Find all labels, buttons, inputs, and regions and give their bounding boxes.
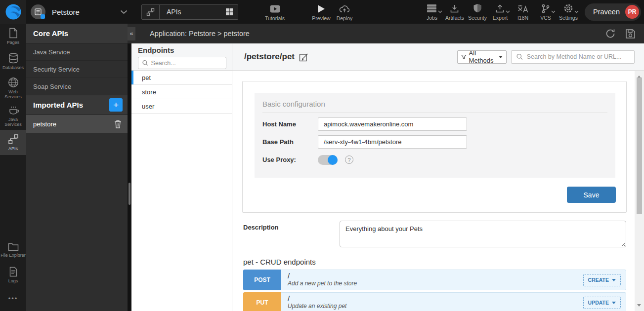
chevron-down-icon bbox=[506, 10, 510, 13]
create-action-button[interactable]: CREATE bbox=[583, 274, 621, 286]
basic-configuration-section: Basic configuration Host Name Base Path … bbox=[255, 93, 615, 178]
basic-configuration-heading: Basic configuration bbox=[262, 100, 607, 113]
endpoint-row-put[interactable]: PUT / Update an existing pet UPDATE bbox=[243, 292, 626, 311]
collapse-panel-button[interactable]: « bbox=[128, 27, 135, 40]
vcs-label: VCS bbox=[540, 15, 551, 21]
chevron-down-icon[interactable] bbox=[120, 10, 128, 14]
tutorials-button[interactable]: Tutorials bbox=[260, 4, 289, 21]
user-avatar: PR bbox=[625, 5, 639, 19]
settings-button[interactable]: Settings bbox=[557, 3, 580, 21]
endpoint-description: Add a new pet to the store bbox=[288, 280, 583, 287]
i18n-button[interactable]: I18N bbox=[512, 3, 534, 21]
security-label: Security bbox=[468, 15, 487, 21]
chevron-down-icon bbox=[551, 10, 556, 13]
project-avatar bbox=[31, 4, 45, 19]
vcs-button[interactable]: VCS bbox=[534, 3, 557, 21]
description-textarea[interactable]: Everything about your Pets bbox=[340, 221, 626, 247]
endpoint-config-card: Basic configuration Host Name Base Path … bbox=[242, 81, 627, 213]
shield-icon bbox=[473, 3, 482, 13]
export-button[interactable]: Export bbox=[489, 3, 512, 21]
download-icon bbox=[450, 4, 459, 13]
left-icon-rail: Pages Databases Web Services Java Servic… bbox=[0, 24, 26, 311]
breadcrumb: Application: Petstore > petstore bbox=[150, 30, 250, 38]
edit-title-button[interactable] bbox=[299, 52, 308, 62]
endpoints-search-input[interactable] bbox=[151, 60, 222, 67]
sidebar-item-soap-service[interactable]: Soap Service bbox=[26, 78, 128, 95]
side-panel-scrollbar[interactable] bbox=[128, 43, 131, 311]
application-bar: « Application: Petstore > petstore bbox=[128, 24, 644, 43]
method-search-input[interactable] bbox=[527, 53, 629, 60]
base-path-input[interactable] bbox=[318, 135, 467, 149]
rail-more-button[interactable]: ••• bbox=[0, 288, 26, 311]
database-icon bbox=[8, 53, 18, 64]
artifacts-label: Artifacts bbox=[445, 15, 464, 21]
security-button[interactable]: Security bbox=[466, 3, 489, 21]
action-label: CREATE bbox=[588, 277, 609, 283]
description-label: Description bbox=[243, 224, 279, 231]
host-name-row: Host Name bbox=[262, 117, 607, 131]
save-disk-icon[interactable] bbox=[625, 29, 636, 39]
save-button[interactable]: Save bbox=[567, 187, 616, 203]
main-header: /petstore/pet All Methods bbox=[232, 43, 644, 71]
upload-icon bbox=[495, 4, 505, 13]
application-bar-actions bbox=[605, 28, 636, 39]
add-api-button[interactable]: + bbox=[109, 98, 123, 112]
user-menu[interactable]: Praveen PR bbox=[585, 3, 641, 21]
endpoint-item-user[interactable]: user bbox=[131, 99, 232, 114]
sidebar-item-security-service[interactable]: Security Service bbox=[26, 61, 128, 78]
settings-label: Settings bbox=[559, 15, 578, 21]
trash-icon[interactable] bbox=[114, 120, 122, 128]
main-scrollbar[interactable] bbox=[635, 71, 644, 311]
scroll-down-arrow[interactable] bbox=[637, 304, 641, 309]
project-switcher[interactable]: Petstore bbox=[31, 4, 128, 19]
endpoints-search[interactable] bbox=[138, 57, 226, 69]
endpoint-item-pet[interactable]: pet bbox=[131, 71, 232, 85]
topbar-right-nav: Jobs Artifacts Security bbox=[421, 0, 641, 24]
rail-item-pages[interactable]: Pages bbox=[0, 24, 26, 49]
sidebar-item-java-service[interactable]: Java Service bbox=[26, 43, 128, 61]
jobs-server-icon bbox=[427, 4, 437, 13]
sidebar-item-label: Soap Service bbox=[33, 83, 71, 90]
scrollbar-thumb[interactable] bbox=[129, 183, 130, 205]
app-logo[interactable] bbox=[0, 0, 26, 24]
scrollbar-thumb[interactable] bbox=[637, 78, 642, 214]
config-scroll-area: Basic configuration Host Name Base Path … bbox=[232, 71, 635, 311]
host-name-input[interactable] bbox=[318, 117, 467, 131]
preview-button[interactable]: Preview bbox=[308, 4, 335, 21]
help-icon[interactable]: ? bbox=[345, 156, 353, 164]
grid-icon[interactable] bbox=[225, 8, 233, 16]
rail-item-file-explorer[interactable]: File Explorer bbox=[0, 237, 26, 263]
method-search[interactable] bbox=[511, 50, 635, 64]
method-badge-post: POST bbox=[243, 270, 281, 290]
module-selector[interactable]: APIs bbox=[141, 4, 238, 20]
tutorials-label: Tutorials bbox=[265, 15, 285, 21]
search-icon bbox=[516, 53, 523, 60]
rail-item-apis[interactable]: APIs bbox=[0, 130, 26, 155]
chevron-down-icon bbox=[612, 279, 616, 283]
wavemaker-logo-icon bbox=[5, 3, 22, 20]
sidebar-item-petstore[interactable]: petstore bbox=[26, 115, 128, 133]
sidebar-item-label: Java Service bbox=[33, 48, 70, 56]
rail-item-java-services[interactable]: Java Services bbox=[0, 103, 26, 130]
git-branch-icon bbox=[541, 4, 550, 13]
use-proxy-toggle[interactable] bbox=[318, 155, 338, 165]
rail-item-logs[interactable]: Logs bbox=[0, 263, 26, 288]
methods-filter-select[interactable]: All Methods bbox=[457, 50, 507, 64]
chevron-down-icon bbox=[574, 10, 579, 13]
refresh-icon[interactable] bbox=[605, 28, 616, 39]
filter-funnel-icon bbox=[461, 54, 467, 60]
rail-item-web-services[interactable]: Web Services bbox=[0, 74, 26, 103]
artifacts-button[interactable]: Artifacts bbox=[443, 3, 466, 21]
endpoint-item-store[interactable]: store bbox=[131, 85, 232, 99]
endpoint-row-body: / Update an existing pet bbox=[281, 293, 583, 311]
core-apis-title: Core APIs bbox=[33, 29, 68, 38]
crud-endpoints-heading: pet - CRUD endpoints bbox=[243, 258, 316, 266]
youtube-icon bbox=[270, 5, 280, 13]
rail-label: Web Services bbox=[0, 89, 26, 100]
rail-item-databases[interactable]: Databases bbox=[0, 49, 26, 74]
endpoint-row-post[interactable]: POST / Add a new pet to the store CREATE bbox=[243, 270, 626, 290]
jobs-button[interactable]: Jobs bbox=[421, 3, 443, 21]
deploy-button[interactable]: Deploy bbox=[333, 4, 356, 21]
update-action-button[interactable]: UPDATE bbox=[583, 297, 621, 309]
apis-node-icon bbox=[142, 5, 160, 19]
